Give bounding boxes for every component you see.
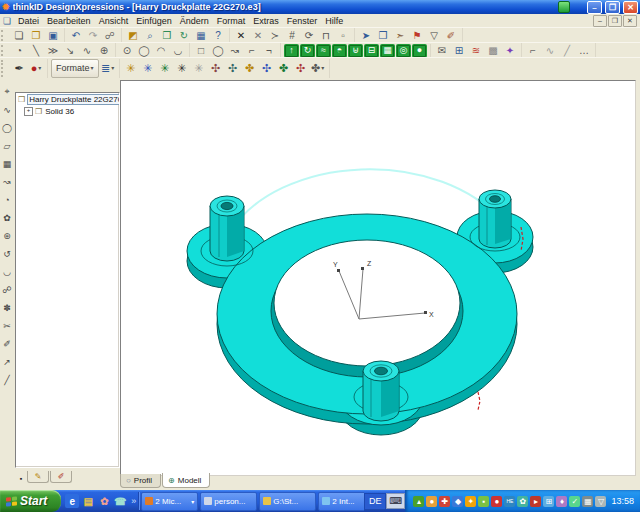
section-lines-icon[interactable]: ≋ — [468, 43, 484, 58]
options-small-icon[interactable]: ▫ — [335, 28, 351, 43]
zoom-icon[interactable]: ⌕ — [142, 28, 158, 43]
sketch-arrow-icon[interactable]: ↗ — [0, 354, 15, 369]
model-tree-panel[interactable]: ❒ Harry Druckplatte 22G270.e3 + ❒ Solid … — [15, 92, 120, 468]
sketch-freehand-icon[interactable]: ↝ — [0, 174, 15, 189]
menu-ndern[interactable]: Ändern — [176, 16, 213, 26]
grid-view-icon[interactable]: ▦ — [193, 28, 209, 43]
tangent-arc-icon[interactable]: ◔ — [11, 43, 27, 58]
toolbar-grip[interactable] — [1, 30, 7, 41]
trim-icon[interactable]: ≻ — [267, 28, 283, 43]
tray-icon-8[interactable]: HE — [504, 496, 515, 507]
delete-icon[interactable]: ✕ — [233, 28, 249, 43]
sketch-spline-icon[interactable]: ∿ — [0, 102, 15, 117]
internet-explorer-icon[interactable]: e — [65, 494, 79, 508]
sketch-pen-icon[interactable]: ✐ — [0, 336, 15, 351]
tray-icon-10[interactable]: ▸ — [530, 496, 541, 507]
tray-icon-2[interactable]: ● — [426, 496, 437, 507]
sketch-arc2-icon[interactable]: ◡ — [0, 264, 15, 279]
sketch-hub-icon[interactable]: ⊛ — [0, 228, 15, 243]
doc-close-button[interactable]: ✕ — [623, 15, 637, 27]
wcs-blue-icon[interactable]: ✳ — [140, 59, 156, 78]
revolve-icon[interactable]: ↻ — [300, 44, 315, 58]
polyline-icon[interactable]: ↘ — [62, 43, 78, 58]
task-word[interactable]: 2 Mic...▾ — [141, 492, 198, 511]
tab-modell[interactable]: ⊕ Modell — [162, 473, 210, 488]
tree-item-solid[interactable]: + ❒ Solid 36 — [16, 105, 119, 117]
select-doc-icon[interactable]: ❐ — [375, 28, 391, 43]
sphere-icon[interactable]: ● — [412, 44, 427, 58]
line-icon[interactable]: ╲ — [28, 43, 44, 58]
sketch-pattern-icon[interactable]: ✿ — [0, 210, 15, 225]
more-tools-icon[interactable]: … — [576, 43, 592, 58]
ellipse-icon[interactable]: ◯ — [210, 43, 226, 58]
tray-icon-13[interactable]: ✓ — [569, 496, 580, 507]
sketch-mini-tab[interactable]: ✎ — [27, 471, 49, 483]
toolbar-grip[interactable] — [1, 60, 7, 77]
sketch-point-icon[interactable]: ⌖ — [0, 84, 15, 99]
wcs-dark-icon[interactable]: ✳ — [174, 59, 190, 78]
wcs-green-icon[interactable]: ✳ — [157, 59, 173, 78]
measure-icon[interactable]: ⊓ — [318, 28, 334, 43]
formate-button[interactable]: Formate▾ — [51, 59, 99, 78]
sketch-rotate-icon[interactable]: ↺ — [0, 246, 15, 261]
minimize-button[interactable]: – — [587, 1, 602, 14]
loft-icon[interactable]: ◓ — [332, 44, 347, 58]
tray-icon-11[interactable]: ⊞ — [543, 496, 554, 507]
tray-icon-7[interactable]: ● — [491, 496, 502, 507]
menu-ansicht[interactable]: Ansicht — [95, 16, 133, 26]
task-person[interactable]: person... — [200, 492, 257, 511]
sketch-line-icon[interactable]: ╱ — [0, 372, 15, 387]
language-indicator[interactable]: DE — [364, 493, 387, 510]
transform-icon[interactable]: ⟳ — [301, 28, 317, 43]
select-arrow-icon[interactable]: ➤ — [358, 28, 374, 43]
tray-icon-6[interactable]: ▪ — [478, 496, 489, 507]
doc-minimize-button[interactable]: – — [593, 15, 607, 27]
arc-3pt-icon[interactable]: ◡ — [170, 43, 186, 58]
extrude-icon[interactable]: ↑ — [284, 44, 299, 58]
axis-node-6-icon[interactable]: ✣ — [293, 59, 309, 78]
axis-node-7-icon[interactable]: ✤▾ — [310, 59, 326, 78]
menu-bearbeiten[interactable]: Bearbeiten — [43, 16, 95, 26]
corner-icon[interactable]: ⌐ — [244, 43, 260, 58]
style-pen-icon[interactable]: ✒ — [11, 59, 27, 78]
fillet-edge-icon[interactable]: ⌐ — [525, 43, 541, 58]
wcs-gold-icon[interactable]: ✳ — [123, 59, 139, 78]
tray-icon-4[interactable]: ◆ — [452, 496, 463, 507]
freehand-icon[interactable]: ↝ — [227, 43, 243, 58]
menu-fenster[interactable]: Fenster — [283, 16, 322, 26]
hatch-icon[interactable]: # — [284, 28, 300, 43]
doc-restore-button[interactable]: ❐ — [608, 15, 622, 27]
save-icon[interactable]: ▣ — [45, 28, 61, 43]
menu-einfgen[interactable]: Einfügen — [132, 16, 176, 26]
delete-special-icon[interactable]: ✕ — [250, 28, 266, 43]
insert-frame-icon[interactable]: ⊞ — [451, 43, 467, 58]
open-file-icon[interactable]: ❐ — [28, 28, 44, 43]
boss-top-left[interactable] — [210, 196, 244, 261]
toolbar-grip[interactable] — [1, 45, 7, 56]
texture-icon[interactable]: ▩ — [485, 43, 501, 58]
messenger-icon[interactable]: ☎ — [113, 494, 127, 508]
boss-bottom[interactable] — [363, 361, 399, 421]
layers-icon-dropdown[interactable]: ▾ — [111, 62, 114, 75]
red-mark-icon[interactable]: ⚑ — [409, 28, 425, 43]
task-internet[interactable]: 2 Int...▾ — [318, 492, 364, 511]
tray-icon-12[interactable]: ♦ — [556, 496, 567, 507]
pattern-icon[interactable]: ▦ — [380, 44, 395, 58]
restore-button[interactable]: ❐ — [605, 1, 620, 14]
sketch-flower-icon[interactable]: ✽ — [0, 300, 15, 315]
render-sphere-icon-dropdown[interactable]: ▾ — [38, 62, 41, 75]
select-special-icon[interactable]: ➣ — [392, 28, 408, 43]
axis-node-1-icon[interactable]: ✣ — [208, 59, 224, 78]
menu-datei[interactable]: Datei — [14, 16, 43, 26]
tray-icon-5[interactable]: ✦ — [465, 496, 476, 507]
rectangle-icon[interactable]: □ — [193, 43, 209, 58]
arc-icon[interactable]: ◠ — [153, 43, 169, 58]
undo-icon[interactable]: ↶ — [68, 28, 84, 43]
wcs-gray-icon[interactable]: ✳ — [191, 59, 207, 78]
sketch-arc-icon[interactable]: ◔ — [0, 192, 15, 207]
show-desktop-icon[interactable]: ▤ — [81, 494, 95, 508]
shaded-view-icon[interactable]: ◩ — [125, 28, 141, 43]
menu-format[interactable]: Format — [213, 16, 250, 26]
spline-icon[interactable]: ∿ — [79, 43, 95, 58]
start-button[interactable]: Start — [0, 490, 61, 512]
